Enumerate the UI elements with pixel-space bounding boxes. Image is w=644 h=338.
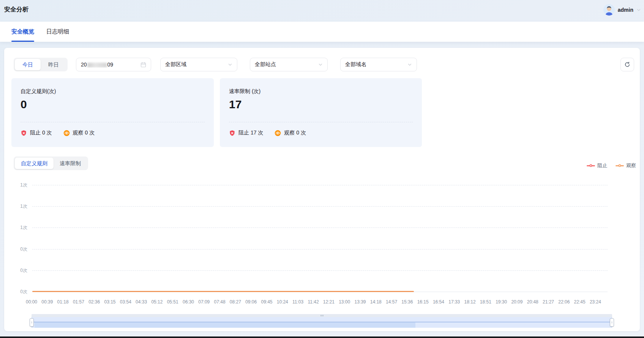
user-name: admin	[618, 7, 633, 13]
x-axis-tick-label: 13:00	[339, 299, 350, 305]
legend-block-marker	[587, 165, 595, 166]
eye-icon	[275, 130, 281, 136]
stat-card-total: 17	[229, 98, 242, 111]
tab-security-overview[interactable]: 安全概览	[11, 22, 34, 42]
legend-block-label: 阻止	[597, 162, 607, 169]
tab-log-detail[interactable]: 日志明细	[46, 22, 69, 42]
chevron-down-icon	[407, 62, 412, 67]
gridline	[32, 206, 608, 207]
chart-tab-rate-limit[interactable]: 速率限制	[54, 158, 87, 169]
chevron-down-icon	[228, 62, 232, 67]
x-axis-tick-label: 10:24	[277, 299, 288, 305]
shield-x-icon	[229, 130, 235, 136]
x-axis-tick-label: 16:54	[433, 299, 444, 305]
y-axis-tick-label: 0次	[4, 246, 27, 253]
x-axis-tick-label: 01:57	[73, 299, 84, 305]
x-axis-tick-label: 09:06	[245, 299, 257, 305]
x-axis-tick-label: 03:54	[120, 299, 131, 305]
observe-count-badge: 观察 0 次	[275, 130, 306, 136]
observe-count-label: 观察 0 次	[284, 130, 306, 136]
block-count-badge: 阻止 17 次	[229, 130, 263, 136]
legend-observe-marker	[616, 165, 624, 166]
page-title: 安全分析	[4, 6, 28, 14]
y-axis-tick-label: 1次	[4, 182, 27, 188]
day-toggle-yesterday[interactable]: 昨日	[41, 59, 66, 70]
refresh-button[interactable]	[620, 58, 634, 71]
block-count-label: 阻止 0 次	[30, 130, 52, 136]
select-region[interactable]: 全部区域	[160, 58, 237, 71]
select-site[interactable]: 全部站点	[250, 58, 328, 71]
datazoom-left-handle[interactable]	[30, 318, 34, 327]
x-axis-tick-label: 20:48	[527, 299, 538, 305]
datazoom-track[interactable]	[32, 317, 612, 328]
calendar-icon	[140, 62, 146, 68]
x-axis-tick-label: 18:51	[480, 299, 491, 305]
shield-x-icon	[21, 130, 27, 136]
stat-card-title: 速率限制 (次)	[229, 88, 260, 95]
datazoom-move-grip[interactable]	[320, 315, 323, 316]
x-axis-tick-label: 19:30	[496, 299, 507, 305]
chart-legend: 阻止 观察	[587, 162, 636, 169]
y-axis-tick-label: 1次	[4, 203, 27, 210]
user-avatar[interactable]	[603, 4, 615, 16]
x-axis-tick-label: 18:12	[464, 299, 476, 305]
top-bar: 安全分析 admin	[0, 0, 644, 22]
x-axis-tick-label: 07:48	[214, 299, 226, 305]
user-menu[interactable]: admin	[603, 4, 641, 16]
window-bottom-edge	[0, 336, 644, 338]
block-count-badge: 阻止 0 次	[21, 130, 52, 136]
main-panel: 今日 昨日 2009 全部区域 全部站点 全部域名	[4, 48, 640, 331]
x-axis-tick-label: 06:30	[183, 299, 194, 305]
block-count-label: 阻止 17 次	[238, 130, 263, 136]
x-axis-labels: 00:0000:3901:1801:5702:3603:1503:5404:33…	[26, 299, 601, 305]
day-toggle-today[interactable]: 今日	[15, 59, 41, 70]
chart-tab-custom-rules[interactable]: 自定义规则	[15, 158, 54, 169]
x-axis-tick-label: 21:27	[543, 299, 554, 305]
observe-count-badge: 观察 0 次	[63, 130, 95, 136]
datazoom-right-handle[interactable]	[610, 318, 614, 327]
select-region-value: 全部区域	[165, 61, 225, 68]
observe-count-label: 观察 0 次	[73, 130, 95, 136]
legend-block[interactable]: 阻止	[587, 162, 607, 169]
x-axis-tick-label: 15:36	[401, 299, 413, 305]
datazoom-track-top	[32, 314, 612, 317]
masked-date-segment	[87, 63, 107, 68]
stat-card-rate-limit: 速率限制 (次) 17 阻止 17 次 观察 0 次	[220, 78, 422, 147]
legend-observe[interactable]: 观察	[616, 162, 636, 169]
datazoom-slider[interactable]	[32, 314, 612, 328]
x-axis-tick-label: 14:57	[386, 299, 397, 305]
gridline	[32, 249, 608, 250]
x-axis-tick-label: 16:15	[417, 299, 429, 305]
eye-icon	[63, 130, 70, 136]
x-axis-tick-label: 07:09	[198, 299, 210, 305]
observe-series-line	[32, 291, 414, 292]
refresh-icon	[624, 62, 630, 68]
select-domain[interactable]: 全部域名	[340, 58, 417, 71]
stat-card-custom-rules: 自定义规则(次) 0 阻止 0 次 观察 0 次	[11, 78, 214, 147]
x-axis-tick-label: 20:09	[511, 299, 522, 305]
chart-type-toggle: 自定义规则 速率限制	[14, 156, 88, 170]
x-axis-tick-label: 23:24	[590, 299, 601, 305]
select-site-value: 全部站点	[255, 61, 315, 68]
y-axis-tick-label: 0次	[4, 267, 27, 274]
gridline	[32, 270, 608, 271]
x-axis-tick-label: 17:33	[448, 299, 460, 305]
x-axis-tick-label: 04:33	[136, 299, 147, 305]
y-axis-tick-label: 1次	[4, 224, 27, 231]
date-picker[interactable]: 2009	[76, 58, 151, 71]
x-axis-tick-label: 12:21	[323, 299, 335, 305]
x-axis-tick-label: 09:45	[261, 299, 272, 305]
divider	[21, 122, 205, 122]
gridline	[32, 185, 608, 185]
datazoom-mini-line	[32, 322, 612, 322]
x-axis-tick-label: 05:51	[167, 299, 178, 305]
x-axis-tick-label: 05:12	[151, 299, 163, 305]
x-axis-tick-label: 11:42	[308, 299, 319, 305]
day-toggle: 今日 昨日	[14, 58, 68, 71]
x-axis-tick-label: 08:27	[230, 299, 241, 305]
x-axis-tick-label: 01:18	[57, 299, 69, 305]
y-axis-tick-label: 0次	[4, 289, 27, 295]
chevron-down-icon	[636, 8, 641, 12]
stat-card-total: 0	[21, 98, 27, 111]
x-axis-tick-label: 02:36	[88, 299, 100, 305]
